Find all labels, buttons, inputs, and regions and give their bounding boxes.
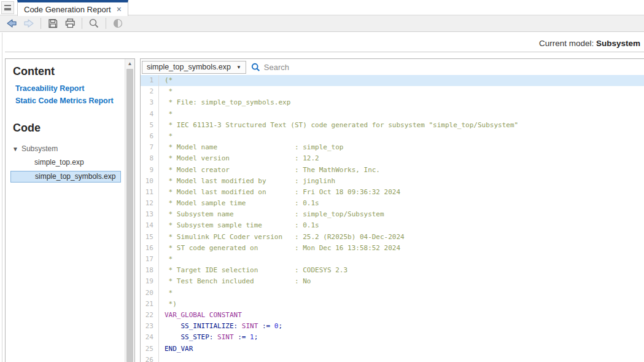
code-line-text: VAR_GLOBAL CONSTANT [159,310,242,321]
code-line-text: * Model sample time : 0.1s [159,198,319,209]
printer-icon [64,17,76,30]
tree-item-file[interactable]: simple_top.exp [6,155,125,170]
line-number: 15 [141,232,159,243]
code-line-text: * Model last modified by : jinglinh [159,176,335,187]
line-number: 10 [141,176,159,187]
code-file-toolbar: simple_top_symbols.exp ▼ [141,59,644,75]
toolbar-separator [106,18,106,29]
code-line-text: * ST code generated on : Mon Dec 16 13:5… [159,243,400,254]
line-number: 2 [141,86,159,97]
code-line[interactable]: 18 * Target IDE selection : CODESYS 2.3 [141,265,644,276]
code-line[interactable]: 8 * Model version : 12.2 [141,153,644,164]
code-line-text: * Model creator : The MathWorks, Inc. [159,165,380,176]
code-line[interactable]: 19 * Test Bench included : No [141,276,644,287]
forward-button[interactable] [21,17,37,30]
code-line[interactable]: 20 * [141,288,644,299]
code-line[interactable]: 3 * File: simple_top_symbols.exp [141,97,644,108]
line-number: 5 [141,120,159,131]
line-number: 24 [141,332,159,343]
code-line[interactable]: 10 * Model last modified by : jinglinh [141,176,644,187]
header-divider [5,52,644,52]
line-number: 25 [141,344,159,355]
line-number: 21 [141,299,159,310]
report-content: Current model: Subsystem Content Traceab… [0,33,644,362]
panel-menu-button[interactable] [1,1,14,14]
code-line-text: * [159,109,173,120]
code-line[interactable]: 17 * [141,254,644,265]
line-number: 4 [141,109,159,120]
current-model-text: Current model: [539,39,594,48]
hamburger-icon [4,5,11,10]
search-input[interactable] [264,63,448,72]
tree-item-file-selected[interactable]: simple_top_symbols.exp [10,171,121,183]
code-line[interactable]: 26 [141,355,644,362]
back-button[interactable] [4,17,20,30]
sidebar-link[interactable]: Traceability Report [15,82,125,95]
magnifier-icon [88,17,100,30]
code-line[interactable]: 14 * Subsystem sample time : 0.1s [141,220,644,231]
code-line-text [159,355,165,362]
code-line[interactable]: 22VAR_GLOBAL CONSTANT [141,310,644,321]
code-line-text: * Subsystem name : simple_top/Subsystem [159,209,384,220]
contrast-button[interactable] [110,17,126,30]
sidebar-scrollbar[interactable]: ▲ [125,59,134,362]
code-line[interactable]: 16 * ST code generated on : Mon Dec 16 1… [141,243,644,254]
tab-bar: Code Generation Report × [0,0,644,15]
line-number: 16 [141,243,159,254]
tree-node-subsystem[interactable]: ▼ Subsystem [6,142,125,155]
code-line[interactable]: 21 *) [141,299,644,310]
code-line[interactable]: 2 * [141,86,644,97]
chevron-down-icon[interactable]: ▼ [12,146,18,152]
code-line[interactable]: 12 * Model sample time : 0.1s [141,198,644,209]
line-number: 17 [141,254,159,265]
line-number: 18 [141,265,159,276]
code-line[interactable]: 11 * Model last modified on : Fri Oct 18… [141,187,644,198]
print-button[interactable] [62,17,78,30]
code-line-text: * Simulink PLC Coder version : 25.2 (R20… [159,232,405,243]
find-button[interactable] [86,17,102,30]
line-number: 8 [141,153,159,164]
code-line[interactable]: 13 * Subsystem name : simple_top/Subsyst… [141,209,644,220]
code-line-text: *) [159,299,177,310]
search-icon [250,62,261,73]
file-select-dropdown[interactable]: simple_top_symbols.exp ▼ [142,61,246,74]
arrow-right-icon [23,17,35,30]
code-line[interactable]: 6 * [141,131,644,142]
code-line[interactable]: 4 * [141,109,644,120]
half-circle-icon [112,17,124,30]
sidebar-link[interactable]: Static Code Metrics Report [15,95,125,107]
code-line[interactable]: 15 * Simulink PLC Coder version : 25.2 (… [141,232,644,243]
line-number: 20 [141,288,159,299]
code-line[interactable]: 7 * Model name : simple_top [141,142,644,153]
scroll-up-icon[interactable]: ▲ [125,59,134,68]
code-line[interactable]: 9 * Model creator : The MathWorks, Inc. [141,165,644,176]
current-model-label: Current model: Subsystem [539,39,640,48]
code-line-text: * IEC 61131-3 Structured Text (ST) code … [159,120,518,131]
arrow-left-icon [6,17,18,30]
tree-children: simple_top.expsimple_top_symbols.exp [6,155,125,183]
code-generation-report-window: Code Generation Report × [0,0,644,362]
scrollbar-thumb[interactable] [126,69,133,362]
code-heading: Code [6,107,125,135]
line-number: 13 [141,209,159,220]
code-line-text: * Subsystem sample time : 0.1s [159,220,319,231]
code-line-text: * Target IDE selection : CODESYS 2.3 [159,265,347,276]
tab-close-icon[interactable]: × [117,5,122,14]
code-line[interactable]: 5 * IEC 61131-3 Structured Text (ST) cod… [141,120,644,131]
code-view-panel: simple_top_symbols.exp ▼ 1(*2 *3 * File:… [140,58,644,362]
code-line[interactable]: 1(* [141,75,644,86]
line-number: 11 [141,187,159,198]
code-line-text: * File: simple_top_symbols.exp [159,97,290,108]
code-line-text: SS_STEP: SINT := 1; [159,332,258,343]
code-line-text: SS_INITIALIZE: SINT := 0; [159,321,282,332]
code-line[interactable]: 24 SS_STEP: SINT := 1; [141,332,644,343]
line-number: 9 [141,165,159,176]
content-heading: Content [6,59,125,78]
code-line-text: * Test Bench included : No [159,276,311,287]
save-button[interactable] [45,17,61,30]
tab-title: Code Generation Report [24,5,111,14]
code-line[interactable]: 23 SS_INITIALIZE: SINT := 0; [141,321,644,332]
tab-code-generation-report[interactable]: Code Generation Report × [17,0,128,16]
code-line-text: END_VAR [159,344,193,355]
code-line[interactable]: 25END_VAR [141,344,644,355]
